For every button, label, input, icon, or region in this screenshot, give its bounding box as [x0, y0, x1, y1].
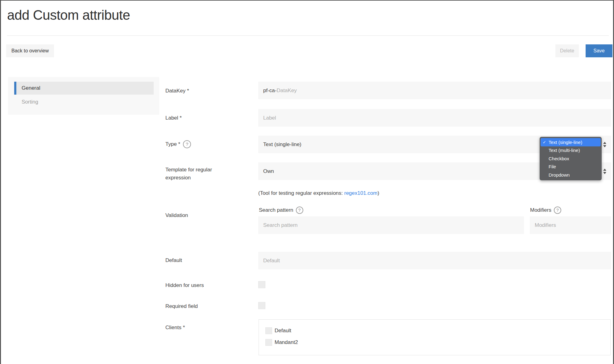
default-label: Default	[165, 256, 182, 264]
type-label-row: Type * ?	[165, 140, 191, 148]
required-field-checkbox[interactable]	[258, 302, 265, 309]
save-button[interactable]: Save	[586, 44, 612, 57]
datakey-placeholder: DataKey	[276, 88, 297, 94]
validation-label: Validation	[165, 211, 188, 219]
dropdown-option-label: File	[549, 164, 556, 169]
client-default-label: Default	[275, 328, 291, 334]
client-mandant2-label: Mandant2	[275, 339, 298, 346]
client-row-default: Default	[265, 327, 291, 334]
modifiers-help-icon[interactable]: ?	[554, 207, 561, 214]
search-pattern-sublabel-row: Search pattern ?	[259, 207, 303, 214]
default-input[interactable]	[258, 252, 611, 269]
client-mandant2-checkbox[interactable]	[265, 339, 272, 346]
delete-button[interactable]: Delete	[555, 44, 579, 57]
type-select-value: Text (single-line)	[263, 141, 301, 148]
dropdown-option-label: Text (multi-line)	[549, 148, 580, 153]
modifiers-sublabel-row: Modifiers ?	[530, 207, 561, 214]
sidebar-item-sorting-label: Sorting	[22, 99, 38, 105]
sidebar-item-general-label: General	[22, 85, 40, 91]
datakey-label: DataKey *	[165, 87, 189, 95]
search-pattern-help-icon[interactable]: ?	[296, 207, 303, 214]
dropdown-option-label: Text (single-line)	[549, 140, 582, 145]
dropdown-option-dropdown[interactable]: Dropdown	[541, 171, 601, 179]
section-sidebar: General Sorting	[8, 77, 159, 115]
datakey-input[interactable]: pf-ca-DataKey	[258, 82, 611, 99]
clients-box: Default Mandant2	[259, 319, 611, 355]
dropdown-option-text-single-line[interactable]: ✓ Text (single-line)	[541, 138, 601, 146]
label-input[interactable]	[258, 109, 611, 127]
client-row-mandant2: Mandant2	[265, 339, 298, 346]
select-arrows-icon	[603, 142, 606, 147]
template-label: Template for regular expression	[165, 166, 230, 182]
hidden-for-users-checkbox[interactable]	[258, 281, 265, 288]
modifiers-sublabel: Modifiers	[530, 207, 551, 213]
checkmark-icon: ✓	[543, 140, 549, 145]
label-field-label: Label *	[165, 114, 182, 122]
required-field-label: Required field	[165, 302, 198, 310]
add-custom-attribute-page: add Custom attribute Back to overview De…	[0, 0, 614, 364]
sidebar-item-general[interactable]: General	[14, 82, 154, 95]
search-pattern-input[interactable]	[258, 216, 524, 234]
regex-tool-note: (Tool for testing regular expressions: r…	[258, 190, 379, 196]
regex-note-suffix: )	[377, 190, 379, 196]
clients-label: Clients *	[165, 324, 185, 332]
type-help-icon[interactable]: ?	[183, 140, 191, 148]
dropdown-option-label: Dropdown	[549, 172, 570, 178]
modifiers-input[interactable]	[530, 216, 611, 234]
type-label: Type *	[165, 140, 180, 148]
dropdown-option-file[interactable]: File	[541, 163, 601, 171]
dropdown-option-label: Checkbox	[549, 156, 569, 161]
template-select-value: Own	[263, 168, 274, 174]
dropdown-option-checkbox[interactable]: Checkbox	[541, 154, 601, 163]
regex-note-prefix: (Tool for testing regular expressions:	[258, 190, 344, 196]
type-select-dropdown: ✓ Text (single-line) Text (multi-line) C…	[540, 137, 602, 180]
select-arrows-icon	[603, 169, 606, 174]
page-title: add Custom attribute	[7, 7, 130, 23]
hidden-for-users-label: Hidden for users	[165, 281, 204, 289]
title-divider	[7, 35, 609, 36]
search-pattern-sublabel: Search pattern	[259, 207, 293, 213]
regex101-link[interactable]: regex101.com	[344, 190, 378, 196]
client-default-checkbox[interactable]	[265, 327, 272, 334]
back-to-overview-button[interactable]: Back to overview	[6, 44, 54, 57]
dropdown-option-text-multi-line[interactable]: Text (multi-line)	[541, 146, 601, 155]
sidebar-item-sorting[interactable]: Sorting	[22, 97, 38, 107]
datakey-value-prefix: pf-ca-	[263, 88, 276, 94]
